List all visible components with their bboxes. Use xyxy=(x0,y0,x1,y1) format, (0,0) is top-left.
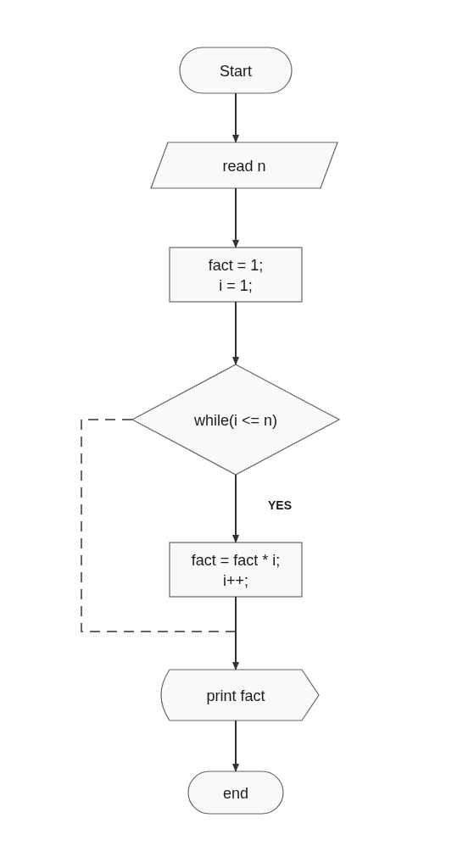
flowchart-canvas: Start read n fact = 1; i = 1; while(i <=… xyxy=(0,0,474,868)
decision-while-label: while(i <= n) xyxy=(193,412,277,429)
output-print-fact-label: print fact xyxy=(206,687,265,704)
input-read-n-label: read n xyxy=(222,158,265,175)
decision-yes-label: YES xyxy=(268,498,292,512)
process-init-line2: i = 1; xyxy=(219,277,253,294)
process-init-line1: fact = 1; xyxy=(209,257,264,274)
terminator-end-label: end xyxy=(223,785,248,802)
process-loop-line2: i++; xyxy=(223,572,248,589)
terminator-start-label: Start xyxy=(220,63,252,80)
process-loop-line1: fact = fact * i; xyxy=(192,552,281,569)
